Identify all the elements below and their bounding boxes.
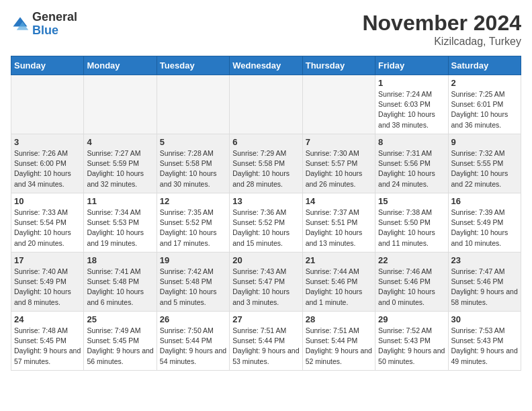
calendar-cell: 13Sunrise: 7:36 AMSunset: 5:52 PMDayligh… xyxy=(230,193,302,253)
day-info: Sunrise: 7:26 AMSunset: 6:00 PMDaylight:… xyxy=(14,148,81,189)
calendar-cell: 14Sunrise: 7:37 AMSunset: 5:51 PMDayligh… xyxy=(302,193,375,253)
day-number: 6 xyxy=(232,137,299,147)
day-info: Sunrise: 7:53 AMSunset: 5:43 PMDaylight:… xyxy=(451,326,518,367)
week-row-4: 17Sunrise: 7:40 AMSunset: 5:49 PMDayligh… xyxy=(11,253,521,312)
day-info: Sunrise: 7:34 AMSunset: 5:53 PMDaylight:… xyxy=(87,208,153,248)
day-number: 27 xyxy=(232,314,299,324)
week-row-5: 24Sunrise: 7:48 AMSunset: 5:45 PMDayligh… xyxy=(11,312,521,371)
day-number: 16 xyxy=(451,196,518,206)
weekday-header-thursday: Thursday xyxy=(302,56,375,75)
day-number: 4 xyxy=(87,137,153,147)
day-info: Sunrise: 7:46 AMSunset: 5:46 PMDaylight:… xyxy=(378,267,445,308)
day-info: Sunrise: 7:30 AMSunset: 5:57 PMDaylight:… xyxy=(306,148,372,189)
calendar-cell: 27Sunrise: 7:51 AMSunset: 5:44 PMDayligh… xyxy=(230,312,302,371)
day-number: 14 xyxy=(306,196,372,206)
day-info: Sunrise: 7:42 AMSunset: 5:48 PMDaylight:… xyxy=(160,267,226,308)
day-info: Sunrise: 7:39 AMSunset: 5:49 PMDaylight:… xyxy=(451,208,518,248)
logo-text: General Blue xyxy=(32,11,77,38)
calendar-cell: 30Sunrise: 7:53 AMSunset: 5:43 PMDayligh… xyxy=(448,312,521,371)
day-info: Sunrise: 7:37 AMSunset: 5:51 PMDaylight:… xyxy=(306,208,372,248)
calendar-cell xyxy=(84,75,157,134)
calendar-cell xyxy=(230,75,302,134)
day-number: 24 xyxy=(14,314,81,324)
logo-icon xyxy=(11,15,30,34)
weekday-header-friday: Friday xyxy=(375,56,448,75)
location: Kizilcadag, Turkey xyxy=(362,36,521,48)
week-row-3: 10Sunrise: 7:33 AMSunset: 5:54 PMDayligh… xyxy=(11,193,521,253)
day-number: 30 xyxy=(451,314,518,324)
calendar-cell: 5Sunrise: 7:28 AMSunset: 5:58 PMDaylight… xyxy=(157,134,229,193)
calendar-cell: 2Sunrise: 7:25 AMSunset: 6:01 PMDaylight… xyxy=(448,75,521,134)
day-number: 20 xyxy=(232,255,299,265)
day-number: 7 xyxy=(306,137,372,147)
calendar-cell: 26Sunrise: 7:50 AMSunset: 5:44 PMDayligh… xyxy=(157,312,229,371)
day-number: 15 xyxy=(378,196,445,206)
calendar-cell: 18Sunrise: 7:41 AMSunset: 5:48 PMDayligh… xyxy=(84,253,157,312)
week-row-1: 1Sunrise: 7:24 AMSunset: 6:03 PMDaylight… xyxy=(11,75,521,134)
day-number: 8 xyxy=(378,137,445,147)
day-info: Sunrise: 7:52 AMSunset: 5:43 PMDaylight:… xyxy=(378,326,445,367)
logo-general-text: General xyxy=(32,11,77,24)
calendar-cell: 25Sunrise: 7:49 AMSunset: 5:45 PMDayligh… xyxy=(84,312,157,371)
day-info: Sunrise: 7:28 AMSunset: 5:58 PMDaylight:… xyxy=(160,148,226,189)
weekday-header-row: SundayMondayTuesdayWednesdayThursdayFrid… xyxy=(11,56,521,75)
calendar-cell: 28Sunrise: 7:51 AMSunset: 5:44 PMDayligh… xyxy=(302,312,375,371)
day-number: 28 xyxy=(306,314,372,324)
calendar-cell: 19Sunrise: 7:42 AMSunset: 5:48 PMDayligh… xyxy=(157,253,229,312)
calendar-cell: 11Sunrise: 7:34 AMSunset: 5:53 PMDayligh… xyxy=(84,193,157,253)
calendar-cell: 9Sunrise: 7:32 AMSunset: 5:55 PMDaylight… xyxy=(448,134,521,193)
week-row-2: 3Sunrise: 7:26 AMSunset: 6:00 PMDaylight… xyxy=(11,134,521,193)
day-info: Sunrise: 7:40 AMSunset: 5:49 PMDaylight:… xyxy=(14,267,81,308)
day-info: Sunrise: 7:51 AMSunset: 5:44 PMDaylight:… xyxy=(306,326,372,367)
weekday-header-sunday: Sunday xyxy=(11,56,84,75)
day-number: 25 xyxy=(87,314,153,324)
calendar-cell xyxy=(11,75,84,134)
calendar-cell: 12Sunrise: 7:35 AMSunset: 5:52 PMDayligh… xyxy=(157,193,229,253)
calendar-cell: 23Sunrise: 7:47 AMSunset: 5:46 PMDayligh… xyxy=(448,253,521,312)
calendar-cell: 24Sunrise: 7:48 AMSunset: 5:45 PMDayligh… xyxy=(11,312,84,371)
calendar-cell: 4Sunrise: 7:27 AMSunset: 5:59 PMDaylight… xyxy=(84,134,157,193)
day-info: Sunrise: 7:51 AMSunset: 5:44 PMDaylight:… xyxy=(232,326,299,367)
day-info: Sunrise: 7:31 AMSunset: 5:56 PMDaylight:… xyxy=(378,148,445,189)
day-number: 19 xyxy=(160,255,226,265)
day-info: Sunrise: 7:25 AMSunset: 6:01 PMDaylight:… xyxy=(451,89,518,130)
day-info: Sunrise: 7:41 AMSunset: 5:48 PMDaylight:… xyxy=(87,267,153,308)
calendar-cell: 1Sunrise: 7:24 AMSunset: 6:03 PMDaylight… xyxy=(375,75,448,134)
calendar-cell: 8Sunrise: 7:31 AMSunset: 5:56 PMDaylight… xyxy=(375,134,448,193)
calendar-cell: 15Sunrise: 7:38 AMSunset: 5:50 PMDayligh… xyxy=(375,193,448,253)
calendar-cell: 3Sunrise: 7:26 AMSunset: 6:00 PMDaylight… xyxy=(11,134,84,193)
day-info: Sunrise: 7:32 AMSunset: 5:55 PMDaylight:… xyxy=(451,148,518,189)
day-info: Sunrise: 7:33 AMSunset: 5:54 PMDaylight:… xyxy=(14,208,81,248)
calendar-cell: 22Sunrise: 7:46 AMSunset: 5:46 PMDayligh… xyxy=(375,253,448,312)
calendar-cell: 20Sunrise: 7:43 AMSunset: 5:47 PMDayligh… xyxy=(230,253,302,312)
calendar-cell: 7Sunrise: 7:30 AMSunset: 5:57 PMDaylight… xyxy=(302,134,375,193)
day-number: 10 xyxy=(14,196,81,206)
day-info: Sunrise: 7:38 AMSunset: 5:50 PMDaylight:… xyxy=(378,208,445,248)
day-info: Sunrise: 7:49 AMSunset: 5:45 PMDaylight:… xyxy=(87,326,153,367)
logo: General Blue xyxy=(11,11,77,38)
day-info: Sunrise: 7:48 AMSunset: 5:45 PMDaylight:… xyxy=(14,326,81,367)
calendar-cell: 10Sunrise: 7:33 AMSunset: 5:54 PMDayligh… xyxy=(11,193,84,253)
calendar-cell: 21Sunrise: 7:44 AMSunset: 5:46 PMDayligh… xyxy=(302,253,375,312)
title-block: November 2024 Kizilcadag, Turkey xyxy=(362,11,521,48)
day-info: Sunrise: 7:44 AMSunset: 5:46 PMDaylight:… xyxy=(306,267,372,308)
day-number: 1 xyxy=(378,78,445,88)
day-info: Sunrise: 7:43 AMSunset: 5:47 PMDaylight:… xyxy=(232,267,299,308)
day-info: Sunrise: 7:47 AMSunset: 5:46 PMDaylight:… xyxy=(451,267,518,308)
calendar-cell xyxy=(157,75,229,134)
day-number: 21 xyxy=(306,255,372,265)
day-info: Sunrise: 7:50 AMSunset: 5:44 PMDaylight:… xyxy=(160,326,226,367)
day-number: 12 xyxy=(160,196,226,206)
weekday-header-saturday: Saturday xyxy=(448,56,521,75)
calendar-cell: 6Sunrise: 7:29 AMSunset: 5:58 PMDaylight… xyxy=(230,134,302,193)
day-number: 5 xyxy=(160,137,226,147)
day-number: 22 xyxy=(378,255,445,265)
day-number: 29 xyxy=(378,314,445,324)
day-number: 11 xyxy=(87,196,153,206)
weekday-header-tuesday: Tuesday xyxy=(157,56,229,75)
day-info: Sunrise: 7:36 AMSunset: 5:52 PMDaylight:… xyxy=(232,208,299,248)
day-number: 23 xyxy=(451,255,518,265)
logo-blue-text: Blue xyxy=(32,24,77,38)
day-number: 18 xyxy=(87,255,153,265)
weekday-header-wednesday: Wednesday xyxy=(230,56,302,75)
